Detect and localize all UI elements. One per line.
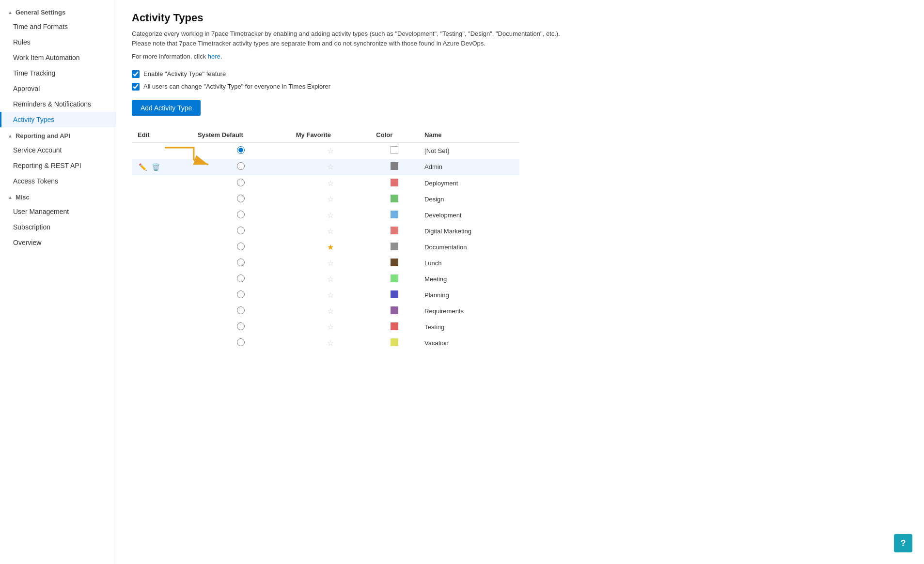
- star-empty-icon[interactable]: ☆: [327, 323, 334, 331]
- system-default-cell: [192, 303, 290, 319]
- edit-icons: ✏️🗑️: [138, 162, 186, 172]
- description-2: For more information, click here.: [132, 52, 568, 61]
- col-system-default: System Default: [192, 127, 290, 143]
- system-default-cell: [192, 319, 290, 335]
- sidebar-item-service-account[interactable]: Service Account: [0, 142, 116, 158]
- my-favorite-cell: ☆: [290, 303, 371, 319]
- sidebar-item-rules[interactable]: Rules: [0, 34, 116, 50]
- star-empty-icon[interactable]: ☆: [327, 211, 334, 219]
- color-cell: [370, 255, 419, 271]
- checkbox-row-1: Enable "Activity Type" feature: [132, 70, 908, 78]
- reporting-api-items: Service AccountReporting & REST APIAcces…: [0, 142, 116, 189]
- table-row: ☆Planning: [132, 287, 519, 303]
- sidebar-item-access-tokens[interactable]: Access Tokens: [0, 173, 116, 189]
- help-button[interactable]: ?: [894, 534, 912, 552]
- system-default-cell: [192, 287, 290, 303]
- here-link[interactable]: here: [208, 53, 220, 60]
- system-default-radio[interactable]: [237, 290, 245, 298]
- edit-cell: [132, 303, 192, 319]
- chevron-icon: ▲: [8, 10, 13, 15]
- system-default-cell: [192, 223, 290, 239]
- sidebar-item-work-item-automation[interactable]: Work Item Automation: [0, 50, 116, 65]
- table-row: ☆Meeting: [132, 271, 519, 287]
- my-favorite-cell: ☆: [290, 142, 371, 159]
- sidebar-item-subscription[interactable]: Subscription: [0, 219, 116, 235]
- star-filled-icon[interactable]: ★: [327, 243, 334, 251]
- chevron-icon-3: ▲: [8, 195, 13, 200]
- name-cell: Lunch: [419, 255, 519, 271]
- system-default-cell: [192, 175, 290, 191]
- star-empty-icon[interactable]: ☆: [327, 179, 334, 187]
- system-default-radio[interactable]: [237, 259, 245, 266]
- general-settings-label: General Settings: [16, 9, 65, 16]
- sidebar-item-reporting-rest-api[interactable]: Reporting & REST API: [0, 158, 116, 173]
- table-row: ☆Lunch: [132, 255, 519, 271]
- color-cell: [370, 303, 419, 319]
- all-users-change-checkbox[interactable]: [132, 83, 140, 91]
- enable-activity-type-label: Enable "Activity Type" feature: [143, 70, 226, 77]
- table-row: ☆Requirements: [132, 303, 519, 319]
- general-settings-section[interactable]: ▲ General Settings: [0, 4, 116, 19]
- color-swatch: [391, 338, 398, 346]
- system-default-radio[interactable]: [237, 306, 245, 314]
- edit-cell: [132, 142, 192, 159]
- enable-activity-type-checkbox[interactable]: [132, 70, 140, 78]
- add-activity-type-button[interactable]: Add Activity Type: [132, 100, 201, 116]
- table-row: ☆Development: [132, 207, 519, 223]
- sidebar-item-activity-types[interactable]: Activity Types: [0, 112, 116, 127]
- star-empty-icon[interactable]: ☆: [327, 275, 334, 283]
- delete-button[interactable]: 🗑️: [151, 162, 161, 172]
- system-default-radio[interactable]: [237, 227, 245, 234]
- color-swatch: [391, 179, 398, 186]
- edit-cell: ✏️🗑️: [132, 159, 192, 175]
- activity-table: Edit System Default My Favorite Color Na…: [132, 127, 519, 351]
- system-default-radio[interactable]: [237, 338, 245, 346]
- system-default-radio[interactable]: [237, 146, 245, 154]
- sidebar-item-reminders-notifications[interactable]: Reminders & Notifications: [0, 96, 116, 112]
- star-empty-icon[interactable]: ☆: [327, 163, 334, 171]
- star-empty-icon[interactable]: ☆: [327, 291, 334, 299]
- sidebar-item-overview[interactable]: Overview: [0, 235, 116, 250]
- system-default-radio[interactable]: [237, 243, 245, 250]
- star-empty-icon[interactable]: ☆: [327, 307, 334, 315]
- system-default-radio[interactable]: [237, 211, 245, 218]
- color-cell: [370, 142, 419, 159]
- sidebar-item-approval[interactable]: Approval: [0, 81, 116, 96]
- color-swatch: [391, 195, 398, 202]
- my-favorite-cell: ☆: [290, 191, 371, 207]
- edit-cell: [132, 223, 192, 239]
- star-empty-icon[interactable]: ☆: [327, 195, 334, 203]
- edit-cell: [132, 287, 192, 303]
- sidebar-item-time-and-formats[interactable]: Time and Formats: [0, 19, 116, 34]
- reporting-api-section[interactable]: ▲ Reporting and API: [0, 127, 116, 142]
- edit-button[interactable]: ✏️: [138, 162, 148, 172]
- star-empty-icon[interactable]: ☆: [327, 259, 334, 267]
- color-cell: [370, 319, 419, 335]
- color-swatch: [391, 274, 398, 282]
- color-cell: [370, 271, 419, 287]
- my-favorite-cell: ☆: [290, 287, 371, 303]
- name-cell: Requirements: [419, 303, 519, 319]
- system-default-radio[interactable]: [237, 162, 245, 170]
- table-row: ☆[Not Set]: [132, 142, 519, 159]
- my-favorite-cell: ☆: [290, 271, 371, 287]
- system-default-radio[interactable]: [237, 274, 245, 282]
- color-cell: [370, 287, 419, 303]
- star-empty-icon[interactable]: ☆: [327, 339, 334, 347]
- star-empty-icon[interactable]: ☆: [327, 147, 334, 155]
- misc-section[interactable]: ▲ Misc: [0, 189, 116, 204]
- checkbox-row-2: All users can change "Activity Type" for…: [132, 83, 908, 91]
- star-empty-icon[interactable]: ☆: [327, 227, 334, 235]
- system-default-radio[interactable]: [237, 195, 245, 202]
- table-row: ✏️🗑️☆Admin: [132, 159, 519, 175]
- name-cell: Meeting: [419, 271, 519, 287]
- chevron-icon-2: ▲: [8, 133, 13, 138]
- system-default-radio[interactable]: [237, 179, 245, 186]
- system-default-cell: [192, 271, 290, 287]
- edit-cell: [132, 319, 192, 335]
- sidebar-item-time-tracking[interactable]: Time Tracking: [0, 65, 116, 81]
- system-default-radio[interactable]: [237, 322, 245, 330]
- sidebar-item-user-management[interactable]: User Management: [0, 204, 116, 219]
- edit-cell: [132, 175, 192, 191]
- table-header-row: Edit System Default My Favorite Color Na…: [132, 127, 519, 143]
